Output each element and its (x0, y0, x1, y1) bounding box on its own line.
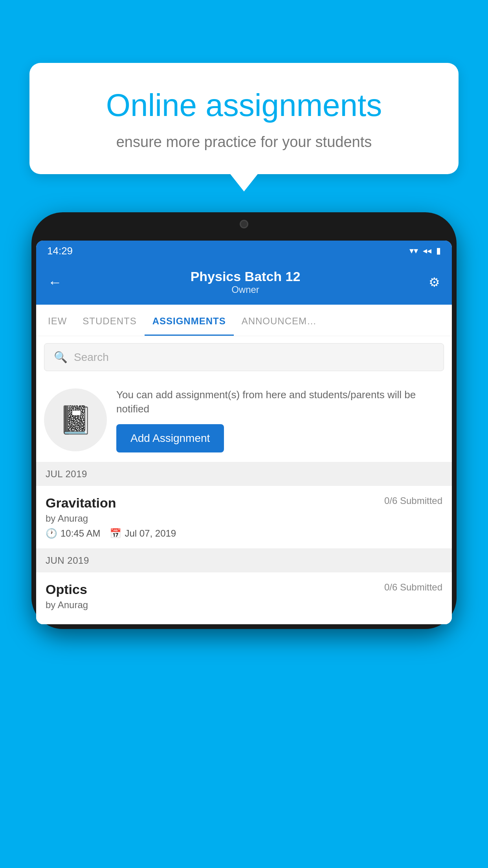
tab-students[interactable]: STUDENTS (75, 305, 144, 336)
meta-date: 📅 Jul 07, 2019 (110, 528, 176, 539)
header-center: Physics Batch 12 Owner (191, 269, 301, 295)
phone-mockup: 14:29 ▾▾ ◂◂ ▮ ← Physics Batch 12 Owner ⚙… (31, 212, 457, 868)
back-button[interactable]: ← (48, 274, 62, 291)
assignment-submitted-optics: 0/6 Submitted (384, 582, 442, 593)
tab-announcements[interactable]: ANNOUNCEM… (234, 305, 325, 336)
promo-icon-circle: 📓 (44, 388, 107, 451)
search-container: 🔍 Search (36, 336, 452, 378)
add-assignment-button[interactable]: Add Assignment (116, 424, 224, 452)
clock-icon: 🕐 (46, 528, 57, 539)
header-subtitle: Owner (191, 284, 301, 295)
wifi-icon: ▾▾ (409, 246, 418, 256)
section-header-jul: JUL 2019 (36, 462, 452, 486)
notebook-icon: 📓 (59, 404, 93, 436)
settings-icon[interactable]: ⚙ (429, 275, 440, 290)
meta-time: 🕐 10:45 AM (46, 528, 100, 539)
assignment-submitted: 0/6 Submitted (384, 495, 442, 506)
assignment-time: 10:45 AM (61, 528, 100, 539)
signal-icon: ◂◂ (423, 246, 431, 256)
promo-text: You can add assignment(s) from here and … (116, 388, 444, 416)
phone-notch-bar (36, 217, 452, 241)
header-title: Physics Batch 12 (191, 269, 301, 284)
calendar-icon: 📅 (110, 528, 121, 539)
tab-assignments[interactable]: ASSIGNMENTS (145, 305, 234, 336)
assignment-name-optics: Optics (46, 582, 87, 597)
phone-notch (220, 217, 268, 231)
assignment-item-optics[interactable]: Optics 0/6 Submitted by Anurag (36, 572, 452, 624)
assignment-date: Jul 07, 2019 (125, 528, 176, 539)
speech-bubble-subtitle: ensure more practice for your students (57, 134, 431, 151)
tab-bar: IEW STUDENTS ASSIGNMENTS ANNOUNCEM… (36, 305, 452, 336)
status-bar: 14:29 ▾▾ ◂◂ ▮ (36, 241, 452, 261)
tab-iew[interactable]: IEW (40, 305, 75, 336)
battery-icon: ▮ (436, 246, 441, 256)
promo-content: You can add assignment(s) from here and … (116, 388, 444, 452)
search-bar[interactable]: 🔍 Search (44, 343, 444, 371)
assignment-name: Gravitation (46, 495, 116, 511)
assignment-by: by Anurag (46, 513, 442, 524)
assignment-row-top-optics: Optics 0/6 Submitted (46, 582, 442, 597)
search-placeholder: Search (74, 351, 109, 364)
assignment-by-optics: by Anurag (46, 600, 442, 611)
speech-bubble-title: Online assignments (57, 86, 431, 124)
app-header: ← Physics Batch 12 Owner ⚙ (36, 261, 452, 305)
phone-outer-shell: 14:29 ▾▾ ◂◂ ▮ ← Physics Batch 12 Owner ⚙… (31, 212, 457, 629)
phone-screen: 14:29 ▾▾ ◂◂ ▮ ← Physics Batch 12 Owner ⚙… (36, 241, 452, 624)
assignment-item-gravitation[interactable]: Gravitation 0/6 Submitted by Anurag 🕐 10… (36, 486, 452, 549)
status-time: 14:29 (47, 245, 73, 257)
phone-camera (240, 220, 248, 228)
status-icons: ▾▾ ◂◂ ▮ (409, 246, 441, 256)
add-assignment-promo: 📓 You can add assignment(s) from here an… (36, 378, 452, 462)
assignment-row-top: Gravitation 0/6 Submitted (46, 495, 442, 511)
assignment-meta: 🕐 10:45 AM 📅 Jul 07, 2019 (46, 528, 442, 539)
speech-bubble-card: Online assignments ensure more practice … (29, 63, 459, 174)
section-header-jun: JUN 2019 (36, 549, 452, 572)
search-icon: 🔍 (54, 351, 68, 364)
